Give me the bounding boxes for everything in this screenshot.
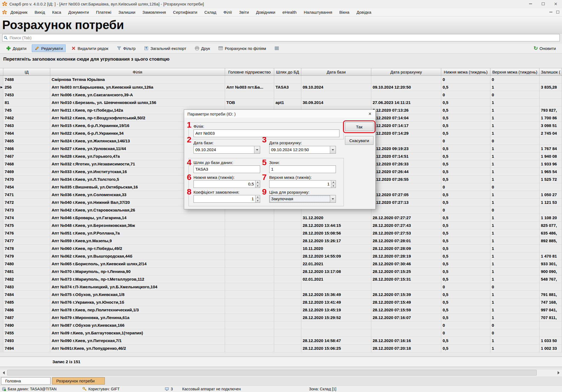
export-button[interactable]: Загальний експорт [141,44,189,52]
filter-button[interactable]: Фільтр [114,44,138,52]
menu-item-11[interactable]: Звіти [235,8,252,16]
table-row[interactable]: 7481Апт №070 г.Мариуполь, пр-т.Ленина,90… [0,268,562,275]
menu-item-6[interactable]: Залишки [115,8,139,16]
table-row[interactable]: 7482Апт №073 г.Мариуполь, пр-т.Металлург… [0,275,562,283]
calc-price-dropdown-button[interactable] [330,195,336,202]
column-header[interactable]: Верхня межа (тиждень) [490,68,539,76]
base-date-label: Дата бази: [193,140,213,145]
printer-icon [195,46,199,51]
calc-price-combo[interactable]: Закупочная [269,195,336,203]
calc-date-dropdown-button[interactable] [330,146,336,153]
column-header[interactable]: ІД [3,68,50,76]
minimize-button[interactable] [524,0,537,8]
spin-up-icon[interactable] [255,181,260,184]
table-row[interactable]: 7494Апт №091г.Киев, ул.Попудренко,46/228… [0,345,562,352]
spin-down-icon[interactable] [255,184,260,188]
table-row[interactable]: 7483Апт №074 г.П-Хмельницкий, ул.Б.Хмель… [0,283,562,291]
menu-item-16[interactable]: Довідка [353,8,375,16]
column-header[interactable]: Філія [50,68,225,76]
table-row[interactable]: 7479Апт №062 г.Киев, ул.Вышгородская,44б… [0,252,562,260]
mdi-restore-icon[interactable] [556,11,559,13]
menu-item-12[interactable]: Довідники [252,8,279,16]
mdi-window-controls [549,11,559,13]
table-row[interactable]: 7453Апт №006 г.Киев, ул.Саксаганского,39… [0,91,562,99]
column-header[interactable]: Залишок ( [539,68,562,76]
upper-limit-spinner[interactable]: 1 [269,180,336,188]
table-row[interactable]: 7476Апт №051 г.Киев, ул.Р.Роллана,7а28.1… [0,229,562,237]
close-button[interactable]: × [549,0,562,8]
menu-item-8[interactable]: Сертифікати [170,8,201,16]
scroll-right-button[interactable] [555,369,562,376]
db-path-input[interactable]: TASA3 [193,165,260,173]
scroll-left-button[interactable] [0,369,7,376]
spin-down-icon[interactable] [331,184,336,188]
table-row[interactable]: 7478Апт №060 г.Киев, пр-т.Победы,49/210.… [0,245,562,252]
table-row[interactable]: 7488Смірнова Тетяна Юрьївна00 [0,76,562,83]
table-row[interactable]: 7487Апт №079 г.Мироновка, ул.Ленина,61а2… [0,314,562,322]
table-row[interactable]: 7480Апт №065 г.Борисполь, ул.Киевский шл… [0,260,562,268]
table-row[interactable]: 7477Апт №059 г.Киев,ул.Мазепы,928.12.202… [0,237,562,245]
table-cell: 28.12.2020 07:27:27 [371,214,441,222]
column-header[interactable]: Нижня межа (тиждень) [441,68,490,76]
menu-item-9[interactable]: Склад [201,8,220,16]
table-cell: 1 [490,252,539,260]
menu-item-2[interactable]: Вихід [31,8,49,16]
menu-item-5[interactable]: Платежі [92,8,115,16]
table-row[interactable]: 7490Апт №087 г.Обухов ул.Киевская,16600 [0,322,562,329]
row-indicator-header[interactable] [0,68,3,76]
lower-limit-spinner[interactable]: 0,5 [193,180,260,188]
refresh-button[interactable]: ↻ Оновити [531,44,559,52]
dialog-close-button[interactable]: × [364,110,375,118]
menu-item-3[interactable]: Каса [49,8,65,16]
column-header[interactable]: Головне підприємство [225,68,274,76]
cancel-button[interactable]: Скасувати [345,136,373,145]
scrollbar-thumb[interactable] [7,370,537,376]
add-button[interactable]: Додати [3,44,29,52]
columns-button[interactable] [271,44,282,52]
delete-row-button[interactable]: Видалити рядок [68,44,111,52]
table-cell [371,76,441,83]
zones-input[interactable]: 1 [269,165,336,173]
table-row[interactable]: 7493Апт №090 г.Киев, ул.Питерская,7/128.… [0,337,562,345]
spin-up-icon[interactable] [331,181,336,184]
spin-up-icon[interactable] [255,195,260,199]
order-coefficient-spinner[interactable]: 1 [193,195,260,203]
menu-item-1[interactable]: Довідник [7,8,31,16]
lower-limit-spin-buttons[interactable] [255,181,260,188]
table-row[interactable]: 81Апт №010 г.Березань, ул. Шевченковский… [0,99,562,106]
menu-item-10[interactable]: Філії [220,8,235,16]
column-header[interactable]: Дата розрахунку [371,68,441,76]
column-header[interactable]: Дата бази [301,68,371,76]
column-header[interactable]: Шлях до БД [274,68,301,76]
table-row[interactable]: 7485Апт №076 г.Украинка, ул.Юности,1б28.… [0,298,562,306]
order-coefficient-spin-buttons[interactable] [255,195,260,202]
menu-item-7[interactable]: Замовлення [139,8,169,16]
print-button[interactable]: Друк [192,44,213,52]
tab-home[interactable]: Головна [1,377,50,385]
maximize-button[interactable] [537,0,549,8]
horizontal-scrollbar[interactable] [0,369,562,376]
table-row[interactable]: 7475Апт №048 г.Киев, ул.Березняковская,3… [0,222,562,229]
table-row[interactable]: ▶256Апт №003 пгт.Барышевка, ул.Киевский … [0,83,562,91]
table-row[interactable]: 7455Апт №09 г.Киев, ул.Баггаутовская,1(т… [0,329,562,337]
status-database-label: База даних: TASA3@TITAN [8,387,57,391]
base-date-combo[interactable]: 09.10.2024 [193,146,260,154]
calc-date-combo[interactable]: 09.10.2024 12:20:50 [269,146,336,154]
spin-down-icon[interactable] [255,199,260,203]
base-date-dropdown-button[interactable] [254,146,260,153]
upper-limit-spin-buttons[interactable] [331,181,336,188]
table-row[interactable]: 7486Апт №078 г.Киев, пер.Политехнический… [0,306,562,314]
menu-item-14[interactable]: Налаштування [300,8,336,16]
current-row-marker [0,106,3,114]
menu-item-13[interactable]: eHealth [279,8,300,16]
search-bar[interactable] [2,34,560,41]
mdi-minimize-icon[interactable] [549,12,552,12]
tab-calc-need[interactable]: Розрахунок потреби [52,377,105,385]
menu-item-4[interactable]: Документи [65,8,92,16]
search-input[interactable] [10,35,560,40]
table-row[interactable]: 7484Апт №075 г.Обухов, ул.Киевская,1/828… [0,291,562,298]
edit-button[interactable]: Редагувати [32,44,66,52]
calc-by-branches-button[interactable]: Розрахунок по філіям [215,44,269,52]
table-row[interactable]: 7474Апт №046 г.Бровары, ул.Гагарина,1431… [0,214,562,222]
menu-item-15[interactable]: Вікна [336,8,353,16]
